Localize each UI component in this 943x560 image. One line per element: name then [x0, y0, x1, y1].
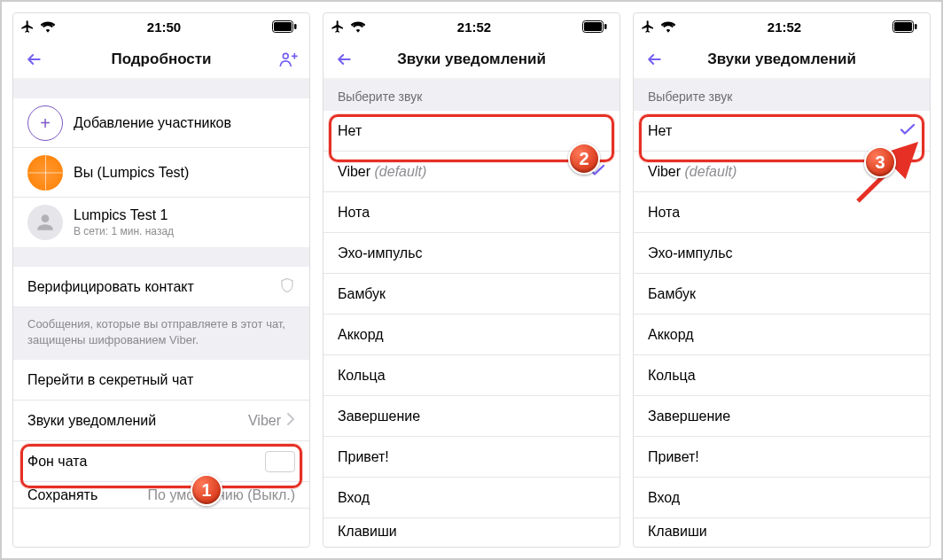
sound-option-hello[interactable]: Привет!	[634, 437, 930, 478]
back-button[interactable]	[644, 51, 669, 68]
sound-label: Нет	[338, 123, 605, 139]
chat-background-row[interactable]: Фон чата	[13, 441, 309, 482]
airplane-mode-icon	[641, 19, 655, 34]
svg-rect-9	[915, 24, 917, 29]
sound-option-echo[interactable]: Эхо-импульс	[323, 233, 620, 274]
page-title: Подробности	[111, 51, 211, 68]
nav-header: Подробности	[13, 40, 309, 79]
status-bar: 21:50	[13, 13, 309, 40]
sound-label: Кольца	[338, 368, 605, 384]
svg-rect-1	[274, 22, 292, 31]
screen-sounds-before: 21:52 Звуки уведомлений Выберите звук Не…	[323, 12, 620, 548]
status-time: 21:50	[147, 19, 181, 35]
save-label: Сохранять	[27, 487, 148, 503]
sound-label: Привет!	[338, 449, 605, 465]
callout-badge-1: 1	[191, 474, 222, 506]
status-bar: 21:52	[323, 13, 620, 40]
chat-background-label: Фон чата	[27, 454, 265, 470]
verify-contact-row[interactable]: Верифицировать контакт	[13, 267, 309, 307]
back-button[interactable]	[24, 51, 49, 68]
sound-option-nota[interactable]: Нота	[634, 192, 930, 233]
status-bar: 21:52	[634, 13, 930, 40]
wifi-icon	[660, 20, 676, 33]
background-thumbnail	[265, 451, 295, 472]
sound-label: Аккорд	[338, 327, 605, 343]
sound-option-complete[interactable]: Завершение	[634, 396, 930, 437]
sound-option-none[interactable]: Нет	[634, 111, 930, 152]
sound-label: Бамбук	[648, 286, 916, 302]
section-header-choose: Выберите звук	[634, 79, 930, 111]
wifi-icon	[350, 20, 366, 33]
status-time: 21:52	[768, 19, 801, 35]
sound-option-keys[interactable]: Клавиши	[634, 518, 930, 545]
sound-label: Эхо-импульс	[648, 245, 916, 261]
sound-option-keys[interactable]: Клавиши	[323, 518, 620, 545]
notification-sounds-label: Звуки уведомлений	[27, 413, 248, 429]
sound-label: Эхо-импульс	[338, 245, 605, 261]
sound-option-echo[interactable]: Эхо-импульс	[634, 233, 930, 274]
sound-option-input[interactable]: Вход	[323, 478, 620, 518]
notification-sounds-row[interactable]: Звуки уведомлений Viber	[13, 401, 309, 441]
secret-chat-label: Перейти в секретный чат	[27, 372, 295, 388]
sound-label: Нота	[648, 205, 916, 221]
check-icon	[900, 123, 916, 139]
sound-option-circles[interactable]: Кольца	[323, 355, 620, 396]
airplane-mode-icon	[331, 19, 345, 34]
verify-label: Верифицировать контакт	[27, 279, 279, 295]
sound-label: Аккорд	[648, 327, 916, 343]
sound-option-circles[interactable]: Кольца	[634, 355, 930, 396]
sound-option-hello[interactable]: Привет!	[323, 437, 620, 478]
svg-rect-2	[294, 24, 297, 29]
screen-sounds-after: 21:52 Звуки уведомлений Выберите звук Не…	[633, 12, 931, 548]
sound-option-nota[interactable]: Нота	[323, 192, 620, 233]
svg-point-3	[283, 53, 288, 58]
participant-name: Lumpics Test 1	[74, 207, 295, 223]
sound-options-list: Нет Viber (default) Нота Эхо-импульс Бам…	[323, 111, 620, 545]
sound-option-chord[interactable]: Аккорд	[634, 315, 930, 355]
sound-label: Нота	[338, 205, 605, 221]
secret-chat-row[interactable]: Перейти в секретный чат	[13, 360, 309, 401]
participants-list: + Добавление участников Вы (Lumpics Test…	[13, 98, 309, 247]
shield-icon	[279, 276, 295, 298]
spacer	[13, 79, 309, 98]
plus-icon: +	[27, 105, 63, 141]
sound-label: Клавиши	[648, 524, 916, 540]
sound-label: Клавиши	[338, 524, 605, 540]
callout-badge-2: 2	[568, 143, 600, 175]
sound-label: Бамбук	[338, 286, 605, 302]
sound-label: Нет	[648, 123, 900, 139]
callout-badge-3: 3	[864, 146, 896, 178]
participant-you-row[interactable]: Вы (Lumpics Test)	[13, 148, 309, 198]
sound-option-complete[interactable]: Завершение	[323, 396, 620, 437]
back-button[interactable]	[334, 51, 359, 68]
sound-option-chord[interactable]: Аккорд	[323, 315, 620, 355]
page-title: Звуки уведомлений	[397, 51, 546, 68]
sound-option-bamboo[interactable]: Бамбук	[323, 274, 620, 315]
sound-label: Кольца	[648, 368, 916, 384]
sound-label: Завершение	[648, 408, 916, 424]
participant-you-label: Вы (Lumpics Test)	[74, 165, 295, 181]
add-participants-row[interactable]: + Добавление участников	[13, 98, 309, 148]
participant-status: В сети: 1 мин. назад	[74, 225, 295, 237]
svg-rect-5	[584, 22, 602, 31]
notification-sounds-value: Viber	[248, 413, 281, 429]
avatar	[27, 155, 63, 191]
sound-option-input[interactable]: Вход	[634, 478, 930, 518]
sound-option-bamboo[interactable]: Бамбук	[634, 274, 930, 315]
add-participants-label: Добавление участников	[74, 115, 295, 131]
chevron-right-icon	[286, 412, 295, 430]
add-person-icon[interactable]	[274, 50, 299, 69]
page-title: Звуки уведомлений	[707, 51, 856, 68]
wifi-icon	[40, 20, 56, 33]
encryption-note: Сообщения, которые вы отправляете в этот…	[13, 307, 309, 360]
screen-details: 21:50 Подробности + Добавление участнико…	[12, 12, 310, 548]
svg-rect-6	[604, 24, 607, 29]
section-header-choose: Выберите звук	[323, 79, 620, 111]
nav-header: Звуки уведомлений	[323, 40, 620, 79]
save-media-row[interactable]: Сохранять По умолчанию (Выкл.)	[13, 482, 309, 509]
participant-row[interactable]: Lumpics Test 1 В сети: 1 мин. назад	[13, 198, 309, 247]
battery-icon	[892, 20, 917, 33]
airplane-mode-icon	[20, 19, 35, 34]
sound-label: Viber (default)	[338, 164, 589, 180]
svg-rect-8	[894, 22, 912, 31]
